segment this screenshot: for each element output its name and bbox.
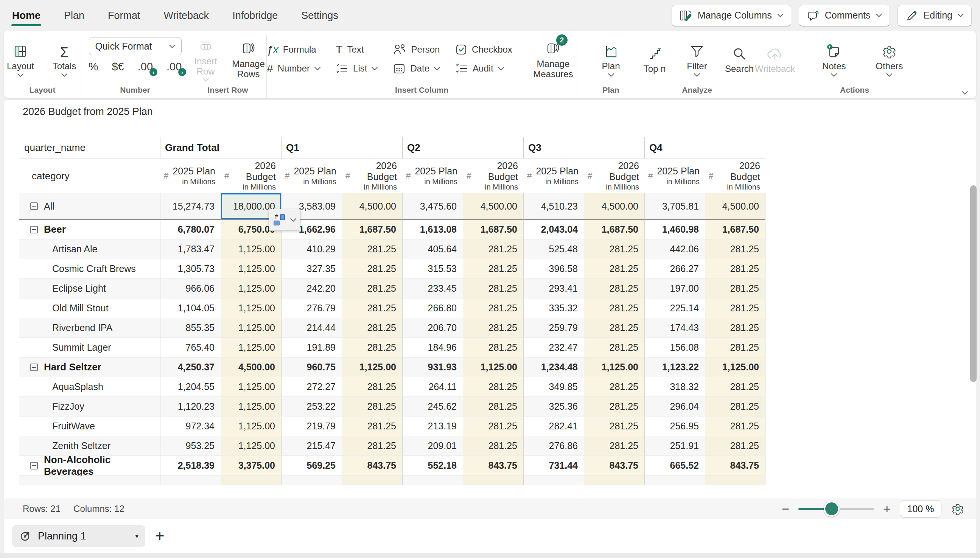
table-cell[interactable]: 4,500.00 <box>463 193 523 220</box>
notes-button[interactable]: Notes <box>817 41 850 77</box>
table-cell[interactable]: 972.34 <box>160 417 221 436</box>
paste-options-popover[interactable] <box>269 209 300 231</box>
menu-format[interactable]: Format <box>107 5 141 27</box>
table-cell[interactable]: 281.25 <box>341 259 402 279</box>
zoom-in-button[interactable]: + <box>883 502 891 515</box>
table-cell[interactable]: 405.64 <box>402 240 463 259</box>
table-cell[interactable]: 1,125.00 <box>221 240 281 259</box>
table-cell[interactable]: 325.36 <box>523 397 584 417</box>
table-cell[interactable]: 281.25 <box>705 338 765 358</box>
table-cell-partial[interactable] <box>402 476 463 485</box>
formula-column-button[interactable]: ƒx Formula <box>267 44 320 56</box>
table-cell[interactable]: 1,125.00 <box>221 377 281 397</box>
manage-rows-button[interactable]: Manage Rows <box>230 39 266 79</box>
table-cell[interactable]: 276.79 <box>281 299 341 318</box>
table-cell[interactable]: 281.25 <box>463 259 523 279</box>
column-group-header[interactable]: Q3 <box>523 137 644 159</box>
table-cell[interactable]: 335.32 <box>523 299 584 318</box>
table-cell[interactable]: 1,125.00 <box>221 299 281 318</box>
table-cell[interactable]: 281.25 <box>341 318 402 338</box>
table-settings-gear-icon[interactable] <box>950 502 965 516</box>
text-column-button[interactable]: T Text <box>336 43 378 56</box>
table-cell[interactable]: 281.25 <box>584 279 644 299</box>
table-cell[interactable]: 1,125.00 <box>705 358 765 377</box>
tab-dropdown-triangle-icon[interactable]: ▾ <box>135 532 138 540</box>
insert-row-button[interactable]: Insert Row <box>189 36 222 82</box>
table-cell[interactable]: 1,687.50 <box>705 220 765 240</box>
table-cell[interactable]: 281.25 <box>341 397 402 417</box>
date-column-button[interactable]: Date <box>393 62 440 74</box>
table-cell[interactable]: 843.75 <box>705 456 765 476</box>
table-cell[interactable]: 552.18 <box>402 456 463 476</box>
table-cell[interactable]: 281.25 <box>584 397 644 417</box>
column-group-header[interactable]: Q4 <box>644 137 765 159</box>
table-cell[interactable]: 1,460.98 <box>644 220 705 240</box>
table-cell[interactable]: 281.25 <box>341 338 402 358</box>
menu-writeback[interactable]: Writeback <box>163 5 210 27</box>
menu-infobridge[interactable]: Infobridge <box>231 5 279 27</box>
table-cell[interactable]: 3,375.00 <box>221 456 281 476</box>
collapse-icon[interactable] <box>30 364 38 371</box>
checkbox-column-button[interactable]: Checkbox <box>455 44 512 56</box>
table-cell[interactable]: 1,125.00 <box>221 436 281 456</box>
measure-header[interactable]: #2025 Planin Millions <box>644 159 705 193</box>
table-cell-partial[interactable] <box>463 476 523 485</box>
column-group-header[interactable]: Grand Total <box>160 137 281 159</box>
collapse-icon[interactable] <box>30 226 38 233</box>
table-cell[interactable]: 197.00 <box>644 279 705 299</box>
writeback-button[interactable]: Writeback <box>755 44 795 74</box>
table-cell[interactable]: 276.86 <box>523 436 584 456</box>
plan-button[interactable]: Plan <box>595 41 627 77</box>
layout-button[interactable]: Layout <box>4 41 37 77</box>
table-cell[interactable]: 281.25 <box>341 299 402 318</box>
table-cell[interactable]: 281.25 <box>341 436 402 456</box>
table-cell[interactable]: 281.25 <box>584 259 644 279</box>
measure-header[interactable]: #2025 Planin Millions <box>281 159 341 193</box>
table-cell[interactable]: 1,123.22 <box>644 358 705 377</box>
table-cell[interactable]: 4,510.23 <box>523 193 584 220</box>
table-cell[interactable]: 281.25 <box>463 377 523 397</box>
table-cell[interactable]: 1,104.05 <box>160 299 221 318</box>
add-sheet-button[interactable]: + <box>155 528 164 544</box>
table-cell[interactable]: 281.25 <box>584 318 644 338</box>
table-cell[interactable]: 215.47 <box>281 436 341 456</box>
table-cell[interactable]: 206.70 <box>402 318 463 338</box>
table-cell[interactable]: 1,125.00 <box>221 338 281 358</box>
table-cell[interactable]: 569.25 <box>281 456 341 476</box>
table-cell[interactable]: 253.22 <box>281 397 341 417</box>
row-header-zenith-seltzer[interactable]: Zenith Seltzer <box>19 436 160 456</box>
table-cell[interactable]: 281.25 <box>341 377 402 397</box>
table-cell[interactable]: 1,125.00 <box>584 358 644 377</box>
table-cell[interactable]: 843.75 <box>341 456 402 476</box>
table-cell[interactable]: 966.06 <box>160 279 221 299</box>
measure-header[interactable]: #2026 Budgetin Millions <box>705 159 765 193</box>
table-cell[interactable]: 4,500.00 <box>584 193 644 220</box>
menu-settings[interactable]: Settings <box>300 5 339 27</box>
table-cell[interactable]: 266.80 <box>402 299 463 318</box>
table-cell[interactable]: 1,125.00 <box>221 417 281 436</box>
zoom-slider-thumb[interactable] <box>824 501 840 517</box>
editing-mode-button[interactable]: Editing <box>898 5 972 26</box>
row-header-all[interactable]: All <box>19 193 160 220</box>
table-cell[interactable]: 264.11 <box>402 377 463 397</box>
table-cell[interactable]: 259.79 <box>523 318 584 338</box>
table-cell[interactable]: 2,043.04 <box>523 220 584 240</box>
table-cell[interactable]: 1,234.48 <box>523 358 584 377</box>
table-cell[interactable]: 4,250.37 <box>160 358 221 377</box>
table-cell[interactable]: 1,125.00 <box>463 358 523 377</box>
table-cell[interactable]: 4,500.00 <box>221 358 281 377</box>
table-cell[interactable]: 1,687.50 <box>584 220 644 240</box>
table-cell[interactable]: 442.06 <box>644 240 705 259</box>
row-header-fruitwave[interactable]: FruitWave <box>19 417 160 436</box>
others-button[interactable]: Others <box>873 41 906 77</box>
measure-header[interactable]: #2026 Budgetin Millions <box>584 159 644 193</box>
table-cell[interactable]: 281.25 <box>705 397 765 417</box>
table-cell[interactable]: 6,780.07 <box>160 220 221 240</box>
measure-header[interactable]: #2026 Budgetin Millions <box>463 159 523 193</box>
measure-header[interactable]: #2025 Planin Millions <box>402 159 463 193</box>
table-cell[interactable]: 1,125.00 <box>221 279 281 299</box>
table-cell-partial[interactable] <box>644 476 705 485</box>
percent-format-button[interactable]: % <box>89 61 98 73</box>
quick-format-dropdown[interactable]: Quick Format <box>89 37 182 55</box>
table-cell[interactable]: 3,705.81 <box>644 193 705 220</box>
